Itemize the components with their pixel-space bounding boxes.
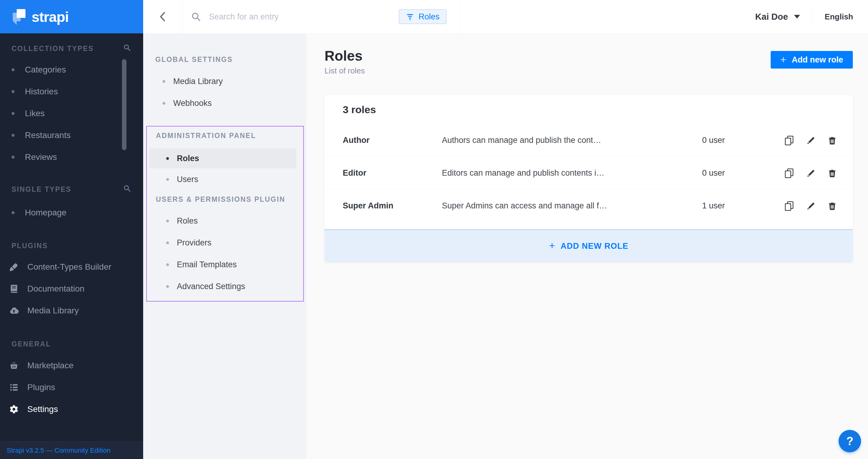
section-label: PLUGINS [11, 242, 48, 250]
chevron-left-icon [158, 11, 167, 22]
section-label: COLLECTION TYPES [11, 44, 94, 53]
sidebar-item-label: Homepage [25, 208, 66, 217]
strapi-logo[interactable]: strapi [0, 0, 143, 33]
section-plugins: PLUGINS [0, 242, 143, 250]
settings-item-roles-admin[interactable]: Roles [149, 148, 296, 169]
strapi-logo-text: strapi [32, 10, 68, 24]
roles-card: 3 roles Author Authors can manage and pu… [324, 95, 853, 262]
table-row-editor[interactable]: Editor Editors can manage and publish co… [324, 157, 853, 189]
settings-item-webhooks[interactable]: Webhooks [143, 92, 306, 114]
add-new-role-footer-button[interactable]: + ADD NEW ROLE [324, 230, 853, 262]
edit-icon[interactable] [806, 135, 816, 146]
settings-item-providers[interactable]: Providers [147, 232, 303, 254]
strapi-version-link[interactable]: Strapi v3.2.5 — Community Edition [7, 447, 111, 454]
settings-item-label: Roles [177, 216, 198, 226]
delete-icon[interactable] [827, 200, 837, 212]
admin-panel-list: Roles Users [147, 148, 303, 190]
sidebar-item-settings[interactable]: Settings [0, 398, 143, 420]
settings-section-global: GLOBAL SETTINGS [143, 55, 306, 64]
edit-icon[interactable] [806, 167, 816, 179]
delete-icon[interactable] [827, 167, 837, 179]
settings-item-label: Advanced Settings [177, 282, 245, 291]
single-types-search-icon[interactable] [123, 184, 131, 194]
users-permissions-list: Roles Providers Email Templates Advanced… [147, 210, 303, 297]
add-new-role-label: Add new role [792, 55, 843, 65]
sidebar-item-homepage[interactable]: Homepage [0, 202, 143, 223]
sidebar-item-media-library[interactable]: Media Library [0, 300, 143, 322]
back-button[interactable] [143, 0, 182, 33]
main-content: Roles List of roles + Add new role 3 rol… [306, 33, 868, 459]
bullet-icon [166, 178, 169, 181]
list-icon [9, 382, 19, 392]
cloud-upload-icon [9, 306, 19, 315]
settings-item-label: Roles [177, 154, 199, 163]
filter-icon [406, 12, 414, 21]
strapi-admin-app: strapi COLLECTION TYPES Categories Histo… [0, 0, 868, 459]
topbar-right: Kai Doe English [755, 0, 868, 33]
sidebar-item-label: Plugins [27, 382, 55, 392]
collection-search-icon[interactable] [123, 44, 131, 53]
settings-highlight-box: ADMINISTRATION PANEL Roles Users USERS &… [146, 126, 304, 302]
table-row-author[interactable]: Author Authors can manage and publish th… [324, 124, 853, 157]
sidebar-item-label: Categories [25, 65, 66, 74]
role-user-count: 0 user [702, 135, 798, 145]
bullet-icon [166, 242, 169, 244]
user-name: Kai Doe [755, 12, 788, 22]
sidebar-item-content-types-builder[interactable]: Content-Types Builder [0, 256, 143, 278]
settings-item-advanced-settings[interactable]: Advanced Settings [147, 275, 303, 297]
settings-item-label: Providers [177, 238, 211, 248]
bullet-icon [166, 263, 169, 266]
single-types-list: Homepage [0, 202, 143, 223]
duplicate-icon[interactable] [784, 200, 795, 212]
sidebar-item-label: Content-Types Builder [27, 262, 111, 272]
add-new-role-button[interactable]: + Add new role [771, 51, 853, 68]
bullet-icon [162, 80, 165, 83]
table-row-super-admin[interactable]: Super Admin Super Admins can access and … [324, 189, 853, 222]
delete-icon[interactable] [827, 135, 837, 146]
help-button[interactable]: ? [839, 430, 861, 452]
sidebar-item-label: Marketplace [27, 361, 74, 370]
settings-item-media-library[interactable]: Media Library [143, 70, 306, 92]
settings-item-roles-plugin[interactable]: Roles [147, 210, 303, 232]
sidebar-item-label: Documentation [27, 284, 84, 294]
sidebar-item-reviews[interactable]: Reviews [0, 146, 143, 168]
search-bar: Roles [182, 0, 460, 33]
settings-item-label: Media Library [173, 77, 223, 86]
sidebar-item-label: Histories [25, 87, 58, 96]
topbar-divider [812, 10, 812, 23]
language-selector[interactable]: English [825, 12, 853, 22]
user-menu[interactable]: Kai Doe [755, 12, 800, 22]
plus-icon: + [549, 240, 555, 251]
role-description: Authors can manage and publish the cont… [442, 135, 702, 145]
bullet-icon [11, 68, 14, 71]
sidebar-item-documentation[interactable]: Documentation [0, 278, 143, 300]
search-icon [191, 11, 201, 22]
role-user-count: 0 user [702, 169, 798, 178]
bullet-icon [11, 90, 14, 93]
bullet-icon [11, 134, 14, 137]
section-general: GENERAL [0, 340, 143, 348]
duplicate-icon[interactable] [784, 167, 795, 179]
bullet-icon [166, 220, 169, 222]
sidebar-item-plugins[interactable]: Plugins [0, 376, 143, 398]
search-input[interactable] [208, 12, 399, 22]
sidebar-footer: Strapi v3.2.5 — Community Edition [0, 441, 143, 459]
bullet-icon [11, 112, 14, 115]
edit-icon[interactable] [806, 200, 816, 212]
settings-item-label: Email Templates [177, 260, 237, 269]
sidebar-item-label: Media Library [27, 306, 79, 315]
role-description: Editors can manage and publish contents … [442, 169, 702, 178]
sidebar-item-label: Likes [25, 109, 44, 118]
bullet-icon [11, 211, 14, 214]
bullet-icon [166, 285, 169, 288]
search-filter-chip[interactable]: Roles [399, 9, 446, 24]
settings-section-admin-panel: ADMINISTRATION PANEL [147, 131, 303, 140]
filter-chip-label: Roles [418, 12, 439, 22]
sidebar-item-marketplace[interactable]: Marketplace [0, 355, 143, 376]
sidebar-scrollbar[interactable] [122, 59, 126, 150]
sidebar-item-label: Restaurants [25, 130, 71, 140]
settings-item-email-templates[interactable]: Email Templates [147, 254, 303, 275]
general-list: Marketplace Plugins Settings [0, 355, 143, 420]
duplicate-icon[interactable] [784, 135, 795, 146]
settings-item-users[interactable]: Users [147, 169, 303, 190]
